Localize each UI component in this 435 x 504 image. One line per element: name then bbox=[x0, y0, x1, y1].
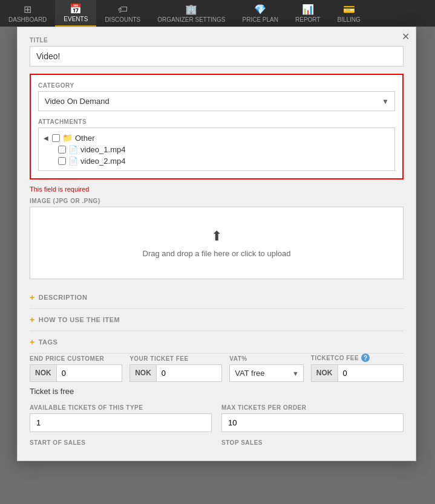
nav-dashboard-label: DASHBOARD bbox=[8, 16, 47, 23]
nav-report-label: REPORT bbox=[295, 16, 321, 23]
nav-events-label: EVENTS bbox=[64, 16, 88, 22]
available-tickets-label: AVAILABLE TICKETS OF THIS TYPE bbox=[30, 404, 212, 411]
nav-billing-label: BILLING bbox=[337, 16, 360, 23]
how-to-section[interactable]: + HOW TO USE THE ITEM bbox=[30, 309, 404, 331]
ticketco-label-row: TICKETCO FEE ? bbox=[311, 354, 404, 362]
tree-parent-checkbox[interactable] bbox=[52, 134, 60, 142]
vat-select[interactable]: VAT free 0% 6% 12% 25% bbox=[229, 364, 304, 382]
stop-sales-field: STOP SALES bbox=[221, 439, 404, 448]
nav-priceplan[interactable]: 💎 PRICE PLAN bbox=[234, 0, 287, 27]
category-select-wrapper: Video On Demand Other Content ▼ bbox=[38, 91, 395, 111]
tree-child-checkbox-1[interactable] bbox=[58, 146, 66, 153]
vat-label: VAT% bbox=[229, 355, 304, 362]
tags-section[interactable]: + TAGS bbox=[30, 331, 404, 354]
file-icon-2: 📄 bbox=[68, 157, 78, 166]
end-price-input[interactable] bbox=[57, 365, 122, 381]
your-fee-currency: NOK bbox=[130, 365, 157, 381]
ticketco-input[interactable] bbox=[338, 365, 403, 381]
tree-child-row-2: 📄 video_2.mp4 bbox=[44, 155, 390, 167]
nav-discounts[interactable]: 🏷 DISCOUNTS bbox=[96, 0, 149, 27]
tree-child-checkbox-2[interactable] bbox=[58, 157, 66, 165]
attachments-tree: ◀ 📁 Other 📄 video_1.mp4 📄 video bbox=[38, 128, 395, 171]
tags-plus-icon: + bbox=[30, 337, 35, 347]
modal: ✕ TITLE CATEGORY Video On Demand Other C… bbox=[17, 27, 416, 461]
end-price-input-group: NOK bbox=[30, 364, 122, 382]
ticketco-field: TICKETCO FEE ? NOK bbox=[311, 354, 404, 382]
nav-billing[interactable]: 💳 BILLING bbox=[329, 0, 368, 27]
max-tickets-label: MAX TICKETS PER ORDER bbox=[221, 404, 404, 411]
end-price-label: END PRICE CUSTOMER bbox=[30, 355, 122, 362]
how-to-label: HOW TO USE THE ITEM bbox=[39, 316, 120, 323]
image-label: IMAGE (JPG OR .PNG) bbox=[30, 198, 404, 204]
vat-field: VAT% VAT free 0% 6% 12% 25% ▼ bbox=[229, 355, 304, 382]
tags-label: TAGS bbox=[39, 338, 58, 346]
category-select[interactable]: Video On Demand Other Content bbox=[38, 91, 395, 111]
end-price-field: END PRICE CUSTOMER NOK bbox=[30, 355, 122, 382]
end-price-currency: NOK bbox=[30, 365, 57, 381]
tickets-row: AVAILABLE TICKETS OF THIS TYPE MAX TICKE… bbox=[30, 404, 404, 432]
ticketco-input-group: NOK bbox=[311, 364, 404, 382]
stop-sales-label: STOP SALES bbox=[221, 439, 404, 446]
nav-organizer-label: ORGANIZER SETTINGS bbox=[157, 16, 225, 23]
upload-text: Drag and drop a file here or click to up… bbox=[143, 249, 291, 258]
max-tickets-input[interactable] bbox=[221, 413, 404, 432]
nav-dashboard[interactable]: ⊞ DASHBOARD bbox=[0, 0, 55, 27]
events-icon: 📅 bbox=[70, 3, 82, 15]
dashboard-icon: ⊞ bbox=[24, 4, 31, 15]
your-fee-input[interactable] bbox=[157, 365, 221, 381]
nav-report[interactable]: 📊 REPORT bbox=[287, 0, 329, 27]
your-fee-field: YOUR TICKET FEE NOK bbox=[129, 355, 222, 382]
nav-organizer[interactable]: 🏢 ORGANIZER SETTINGS bbox=[149, 0, 234, 27]
available-tickets-field: AVAILABLE TICKETS OF THIS TYPE bbox=[30, 404, 212, 432]
red-highlight-section: CATEGORY Video On Demand Other Content ▼… bbox=[30, 74, 404, 179]
vat-select-wrapper: VAT free 0% 6% 12% 25% ▼ bbox=[229, 364, 304, 382]
available-tickets-input[interactable] bbox=[30, 413, 212, 432]
tree-parent-label: Other bbox=[75, 134, 95, 143]
discounts-icon: 🏷 bbox=[118, 4, 128, 15]
description-label: DESCRIPTION bbox=[39, 294, 88, 301]
modal-body: TITLE CATEGORY Video On Demand Other Con… bbox=[18, 27, 416, 460]
nav-discounts-label: DISCOUNTS bbox=[105, 16, 140, 23]
title-section: TITLE bbox=[30, 37, 404, 66]
image-section: IMAGE (JPG OR .PNG) ⬆ Drag and drop a fi… bbox=[30, 198, 404, 279]
tree-child-label-1: video_1.mp4 bbox=[80, 145, 125, 154]
ticket-free-message: Ticket is free bbox=[30, 387, 404, 396]
upload-icon: ⬆ bbox=[211, 228, 222, 244]
modal-close-button[interactable]: ✕ bbox=[402, 32, 410, 42]
description-section[interactable]: + DESCRIPTION bbox=[30, 286, 404, 309]
tree-child-row-1: 📄 video_1.mp4 bbox=[44, 144, 390, 155]
ticketco-fee-label: TICKETCO FEE bbox=[311, 355, 359, 361]
billing-icon: 💳 bbox=[343, 4, 355, 15]
ticketco-help-icon[interactable]: ? bbox=[361, 354, 370, 362]
image-upload-area[interactable]: ⬆ Drag and drop a file here or click to … bbox=[30, 207, 404, 279]
priceplan-icon: 💎 bbox=[254, 4, 266, 15]
max-tickets-field: MAX TICKETS PER ORDER bbox=[221, 404, 404, 432]
pricing-row: END PRICE CUSTOMER NOK YOUR TICKET FEE N… bbox=[30, 354, 404, 382]
category-label: CATEGORY bbox=[38, 82, 395, 89]
category-section: CATEGORY Video On Demand Other Content ▼ bbox=[38, 82, 395, 111]
title-label: TITLE bbox=[30, 37, 404, 44]
top-nav: ⊞ DASHBOARD 📅 EVENTS 🏷 DISCOUNTS 🏢 ORGAN… bbox=[0, 0, 435, 27]
attachments-label: ATTACHMENTS bbox=[38, 118, 395, 125]
your-fee-label: YOUR TICKET FEE bbox=[129, 355, 222, 362]
start-sales-field: START OF SALES bbox=[30, 439, 212, 448]
sales-row: START OF SALES STOP SALES bbox=[30, 439, 404, 448]
required-message: This field is required bbox=[30, 186, 404, 193]
attachments-section: ATTACHMENTS ◀ 📁 Other 📄 video_1.mp4 bbox=[38, 118, 395, 171]
title-input[interactable] bbox=[30, 46, 404, 66]
tree-toggle-icon[interactable]: ◀ bbox=[44, 135, 50, 141]
ticketco-currency: NOK bbox=[312, 365, 338, 381]
folder-icon: 📁 bbox=[62, 133, 73, 143]
nav-priceplan-label: PRICE PLAN bbox=[243, 16, 278, 23]
tree-child-label-2: video_2.mp4 bbox=[80, 157, 125, 166]
organizer-icon: 🏢 bbox=[185, 4, 197, 15]
your-fee-input-group: NOK bbox=[129, 364, 222, 382]
how-to-plus-icon: + bbox=[30, 315, 35, 325]
report-icon: 📊 bbox=[302, 4, 314, 15]
tree-parent-row: ◀ 📁 Other bbox=[44, 132, 390, 144]
description-plus-icon: + bbox=[30, 292, 35, 302]
nav-events[interactable]: 📅 EVENTS bbox=[55, 0, 96, 27]
start-sales-label: START OF SALES bbox=[30, 439, 212, 446]
file-icon-1: 📄 bbox=[68, 145, 78, 154]
